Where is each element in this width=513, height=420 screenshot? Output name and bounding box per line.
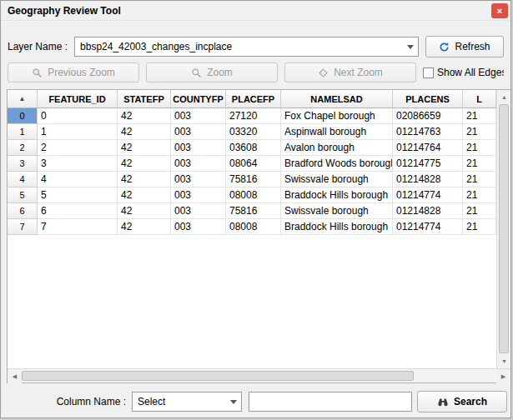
table-cell[interactable]: 003 bbox=[171, 219, 226, 235]
show-all-edges-checkbox[interactable]: Show All Edges bbox=[423, 67, 504, 78]
row-header[interactable]: 2 bbox=[8, 140, 38, 156]
sort-ascending-icon: ▲ bbox=[19, 96, 26, 102]
table-cell[interactable]: 42 bbox=[118, 140, 171, 156]
table-cell[interactable]: 003 bbox=[171, 188, 226, 203]
table-vertical-scrollbar[interactable]: ▲ ▼ bbox=[496, 90, 510, 368]
table-cell[interactable]: 75816 bbox=[226, 172, 281, 188]
column-header-placens[interactable]: PLACENS bbox=[393, 90, 463, 108]
search-button[interactable]: Search bbox=[417, 391, 507, 412]
table-row: 554200308008Braddock Hills borough012147… bbox=[8, 188, 496, 203]
horizontal-scrollbar-thumb[interactable] bbox=[22, 371, 414, 381]
table-cell[interactable]: 42 bbox=[118, 156, 171, 172]
table-cell[interactable]: Bradford Woods borough bbox=[281, 156, 393, 172]
table-cell[interactable]: 08008 bbox=[226, 219, 281, 235]
table-cell[interactable]: 4 bbox=[38, 172, 118, 188]
row-header[interactable]: 4 bbox=[8, 172, 38, 188]
search-input[interactable] bbox=[249, 392, 412, 412]
table-cell[interactable]: 42 bbox=[118, 124, 171, 140]
scroll-up-button[interactable]: ▲ bbox=[497, 90, 511, 104]
scroll-right-button[interactable]: ▶ bbox=[496, 369, 510, 383]
table-cell[interactable]: 01214775 bbox=[393, 156, 463, 172]
table-cell[interactable]: Swissvale borough bbox=[281, 172, 393, 188]
table-cell[interactable]: 42 bbox=[118, 219, 171, 235]
layer-name-label: Layer Name : bbox=[8, 41, 68, 52]
table-cell[interactable]: 21 bbox=[463, 140, 496, 156]
table-cell[interactable]: 5 bbox=[38, 188, 118, 203]
table-horizontal-scrollbar[interactable]: ◀ ▶ bbox=[8, 368, 510, 382]
search-label: Search bbox=[454, 396, 487, 408]
table-cell[interactable]: 01214828 bbox=[393, 172, 463, 188]
refresh-button[interactable]: Refresh bbox=[425, 36, 504, 58]
table-cell[interactable]: 21 bbox=[463, 124, 496, 140]
zoom-label: Zoom bbox=[207, 67, 233, 78]
table-cell[interactable]: 21 bbox=[463, 172, 496, 188]
row-header[interactable]: 0 bbox=[8, 108, 38, 124]
table-cell[interactable]: 3 bbox=[38, 156, 118, 172]
table-cell[interactable]: 003 bbox=[171, 156, 226, 172]
table-cell[interactable]: Avalon borough bbox=[281, 140, 393, 156]
table-cell[interactable]: 21 bbox=[463, 219, 496, 235]
table-cell[interactable]: 003 bbox=[171, 124, 226, 140]
table-cell[interactable]: 003 bbox=[171, 108, 226, 124]
row-header[interactable]: 1 bbox=[8, 124, 38, 140]
scroll-down-button[interactable]: ▼ bbox=[497, 354, 511, 368]
zoom-button[interactable]: Zoom bbox=[146, 62, 278, 82]
row-header[interactable]: 6 bbox=[8, 203, 38, 219]
table-cell[interactable]: 02086659 bbox=[393, 108, 463, 124]
table-cell[interactable]: 21 bbox=[463, 188, 496, 203]
row-header[interactable]: 7 bbox=[8, 219, 38, 235]
table-cell[interactable]: 21 bbox=[463, 156, 496, 172]
table-cell[interactable]: 21 bbox=[463, 108, 496, 124]
table-header-row: ▲FEATURE_IDSTATEFPCOUNTYFPPLACEFPNAMELSA… bbox=[8, 90, 496, 108]
table-cell[interactable]: 0 bbox=[38, 108, 118, 124]
table-cell[interactable]: 21 bbox=[463, 203, 496, 219]
column-header-l[interactable]: L bbox=[463, 90, 496, 108]
layer-name-select[interactable]: bbsp24_42003_changes_incplace bbox=[74, 37, 419, 57]
corner-header[interactable]: ▲ bbox=[8, 90, 38, 108]
table-cell[interactable]: 003 bbox=[171, 203, 226, 219]
table-cell[interactable]: 03320 bbox=[226, 124, 281, 140]
column-header-namelsad[interactable]: NAMELSAD bbox=[281, 90, 393, 108]
table-row: 334200308064Bradford Woods borough012147… bbox=[8, 156, 496, 172]
next-zoom-button[interactable]: Next Zoom bbox=[284, 62, 416, 82]
table-cell[interactable]: 03608 bbox=[226, 140, 281, 156]
scroll-left-button[interactable]: ◀ bbox=[8, 369, 22, 383]
table-cell[interactable]: 01214828 bbox=[393, 203, 463, 219]
table-cell[interactable]: 01214774 bbox=[393, 219, 463, 235]
table-cell[interactable]: 6 bbox=[38, 203, 118, 219]
table-cell[interactable]: Braddock Hills borough bbox=[281, 219, 393, 235]
table-cell[interactable]: Braddock Hills borough bbox=[281, 188, 393, 203]
table-cell[interactable]: Swissvale borough bbox=[281, 203, 393, 219]
previous-zoom-button[interactable]: Previous Zoom bbox=[8, 62, 139, 82]
table-cell[interactable]: 01214774 bbox=[393, 188, 463, 203]
table-cell[interactable]: 2 bbox=[38, 140, 118, 156]
column-header-feature_id[interactable]: FEATURE_ID bbox=[38, 90, 118, 108]
column-header-statefp[interactable]: STATEFP bbox=[118, 90, 171, 108]
table-cell[interactable]: 42 bbox=[118, 172, 171, 188]
refresh-label: Refresh bbox=[455, 41, 490, 52]
table-cell[interactable]: Aspinwall borough bbox=[281, 124, 393, 140]
show-all-edges-label: Show All Edges bbox=[437, 67, 504, 78]
row-header[interactable]: 3 bbox=[8, 156, 38, 172]
table-cell[interactable]: 42 bbox=[118, 203, 171, 219]
table-cell[interactable]: Fox Chapel borough bbox=[281, 108, 393, 124]
row-header[interactable]: 5 bbox=[8, 188, 38, 203]
table-cell[interactable]: 003 bbox=[171, 172, 226, 188]
table-cell[interactable]: 75816 bbox=[226, 203, 281, 219]
table-cell[interactable]: 003 bbox=[171, 140, 226, 156]
table-cell[interactable]: 42 bbox=[118, 108, 171, 124]
table-cell[interactable]: 42 bbox=[118, 188, 171, 203]
attribute-table: ▲FEATURE_IDSTATEFPCOUNTYFPPLACEFPNAMELSA… bbox=[7, 89, 511, 383]
table-cell[interactable]: 7 bbox=[38, 219, 118, 235]
column-name-select[interactable]: Select bbox=[132, 392, 242, 412]
table-cell[interactable]: 08064 bbox=[226, 156, 281, 172]
table-cell[interactable]: 08008 bbox=[226, 188, 281, 203]
column-header-countyfp[interactable]: COUNTYFP bbox=[171, 90, 226, 108]
vertical-scrollbar-thumb[interactable] bbox=[499, 104, 509, 353]
table-cell[interactable]: 1 bbox=[38, 124, 118, 140]
table-cell[interactable]: 01214764 bbox=[393, 140, 463, 156]
close-button[interactable]: × bbox=[491, 3, 508, 18]
table-cell[interactable]: 01214763 bbox=[393, 124, 463, 140]
column-header-placefp[interactable]: PLACEFP bbox=[226, 90, 281, 108]
table-cell[interactable]: 27120 bbox=[226, 108, 281, 124]
